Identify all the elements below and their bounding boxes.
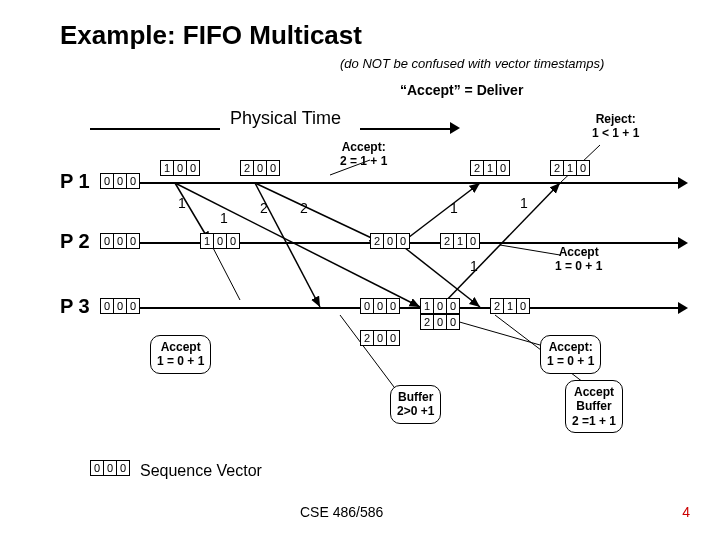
vector-p1-c: 210 [470,160,510,176]
physical-time-label: Physical Time [230,108,341,129]
arrow-head-icon [450,122,460,134]
slide-subtitle: (do NOT be confused with vector timestam… [340,56,604,71]
timeline-p1 [100,182,680,184]
vector-p2-a: 100 [200,233,240,249]
msg-num-4: 1 [520,195,528,211]
sequence-vector-label: Sequence Vector [140,462,262,480]
process-p3-label: P 3 [60,295,90,318]
msg-num-2a: 2 [260,200,268,216]
vector-p3-init: 000 [100,298,140,314]
svg-line-7 [210,242,240,300]
svg-line-11 [340,315,400,395]
vector-sequence-legend: 000 [90,460,130,476]
footer-course: CSE 486/586 [300,504,383,520]
process-p2-label: P 2 [60,230,90,253]
msg-num-3a: 1 [450,200,458,216]
vector-p3-a: 000 [360,298,400,314]
vector-p2-b: 200 [370,233,410,249]
annotation-accept-top-right: Accept 1 = 0 + 1 [555,245,602,274]
svg-line-10 [500,245,560,255]
msg-num-1a: 1 [178,195,186,211]
vector-p3-c: 200 [420,314,460,330]
msg-num-2b: 2 [300,200,308,216]
vector-p1-a: 100 [160,160,200,176]
vector-p1-init: 000 [100,173,140,189]
process-p1-label: P 1 [60,170,90,193]
vector-p2-init: 000 [100,233,140,249]
vector-p3-e: 210 [490,298,530,314]
page-number: 4 [682,504,690,520]
callout-accept-buffer: Accept Buffer 2 =1 + 1 [565,380,623,433]
vector-p2-c: 210 [440,233,480,249]
accept-equals-deliver: “Accept” = Deliver [400,82,523,98]
callout-buffer: Buffer 2>0 +1 [390,385,441,424]
msg-num-1b: 1 [220,210,228,226]
vector-p1-d: 210 [550,160,590,176]
vector-p3-d: 200 [360,330,400,346]
annotation-accept-2: Accept: 2 = 1 + 1 [340,140,387,169]
annotation-reject: Reject: 1 < 1 + 1 [592,112,639,141]
vector-p1-b: 200 [240,160,280,176]
message-arrows [0,0,720,540]
callout-accept-bottom: Accept: 1 = 0 + 1 [540,335,601,374]
callout-accept-left: Accept 1 = 0 + 1 [150,335,211,374]
slide-title: Example: FIFO Multicast [60,20,362,51]
svg-line-3 [255,183,380,242]
msg-num-3b: 1 [470,258,478,274]
vector-p3-b: 100 [420,298,460,314]
